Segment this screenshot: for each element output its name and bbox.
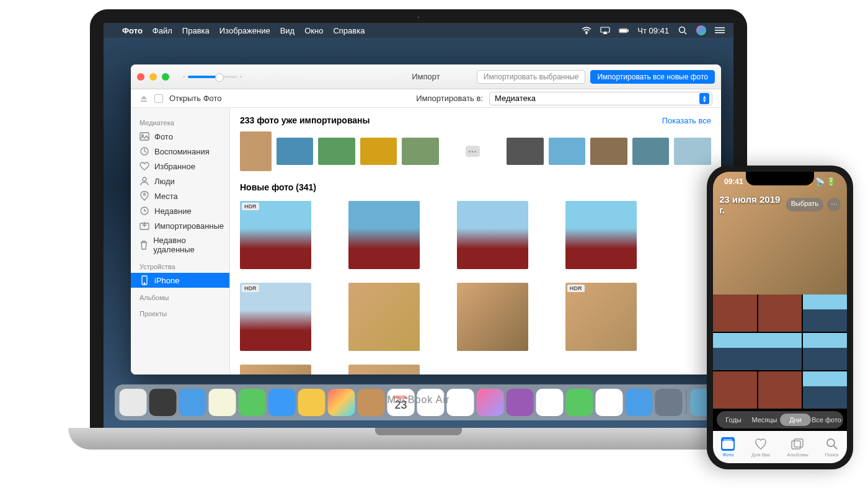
imported-thumbnail[interactable] (590, 138, 627, 165)
dock-app-icon[interactable] (477, 389, 504, 416)
new-photo-thumbnail[interactable]: HDR (240, 201, 311, 269)
imported-thumbnail[interactable] (632, 138, 670, 165)
menu-view[interactable]: Вид (280, 26, 295, 35)
sidebar-item-trash[interactable]: Недавно удаленные (131, 233, 229, 257)
new-photos-heading: Новые фото (341) (240, 182, 711, 192)
dock-app-icon[interactable] (536, 389, 564, 416)
eject-icon[interactable] (140, 94, 148, 103)
new-photo-thumbnail[interactable] (457, 283, 528, 351)
dock-app-icon[interactable] (566, 389, 593, 416)
new-photo-thumbnail[interactable] (348, 283, 420, 351)
imported-thumbnail[interactable] (277, 138, 314, 165)
dock-app-icon[interactable] (328, 389, 355, 416)
imported-thumbnail[interactable] (360, 138, 397, 165)
iphone-photo-thumb[interactable] (803, 371, 847, 409)
dock-app-icon[interactable] (120, 389, 147, 416)
new-photo-thumbnail[interactable]: HDR (240, 283, 311, 351)
iphone-photo-thumb[interactable] (713, 333, 802, 370)
new-photo-thumbnail[interactable] (348, 365, 420, 375)
sidebar-item-photos[interactable]: Фото (131, 129, 229, 144)
iphone-tab-photos[interactable]: Фото (721, 437, 735, 458)
iphone-photo-thumb[interactable] (803, 295, 847, 332)
siri-icon[interactable] (696, 25, 706, 35)
iphone-photo-thumb[interactable] (713, 295, 757, 332)
sidebar-item-clock[interactable]: Воспоминания (131, 144, 229, 159)
close-button[interactable] (137, 73, 144, 81)
import-all-button[interactable]: Импортировать все новые фото (590, 70, 715, 84)
import-destination-select[interactable]: Медиатека ▴▾ (489, 92, 712, 105)
imported-thumbnail[interactable] (674, 138, 711, 165)
segment-days[interactable]: Дни (780, 414, 811, 426)
iphone-photo-grid (713, 295, 847, 409)
imported-thumbnail[interactable] (507, 138, 544, 165)
chevron-updown-icon: ▴▾ (699, 93, 709, 104)
sidebar-item-iphone[interactable]: iPhone (131, 273, 229, 288)
svg-point-22 (827, 439, 835, 446)
dock-app-icon[interactable] (239, 389, 266, 416)
app-name[interactable]: Фото (122, 26, 143, 35)
sidebar-item-label: Воспоминания (154, 147, 210, 156)
fullscreen-button[interactable] (162, 73, 169, 81)
segment-years[interactable]: Годы (718, 414, 749, 426)
iphone-view-segmented-control[interactable]: Годы Месяцы Дни Все фото (717, 411, 843, 428)
sidebar-item-import[interactable]: Импортированные (131, 218, 229, 233)
sidebar-item-recent[interactable]: Недавние (131, 203, 229, 218)
iphone-photo-thumb[interactable] (758, 371, 802, 409)
new-photo-thumbnail[interactable] (565, 201, 637, 269)
imported-thumbnail[interactable] (318, 138, 355, 165)
dock-app-icon[interactable] (596, 389, 623, 416)
dock-app-icon[interactable] (447, 389, 474, 416)
sidebar-item-heart[interactable]: Избранное (131, 159, 229, 174)
new-photo-thumbnail[interactable]: HDR (565, 283, 637, 351)
notification-center-icon[interactable] (715, 25, 725, 35)
menu-help[interactable]: Справка (333, 26, 365, 35)
menu-edit[interactable]: Правка (182, 26, 210, 35)
iphone-photo-thumb[interactable] (803, 333, 847, 370)
segment-all[interactable]: Все фото (811, 414, 842, 426)
segment-months[interactable]: Месяцы (749, 414, 780, 426)
menu-window[interactable]: Окно (304, 26, 323, 35)
imported-thumbnail[interactable] (549, 138, 586, 165)
dock-app-icon[interactable] (268, 389, 296, 416)
iphone-select-button[interactable]: Выбрать (786, 198, 823, 211)
imported-thumbnail[interactable] (240, 131, 272, 171)
dock-app-icon[interactable] (179, 389, 206, 416)
thumbnail-size-slider[interactable]: ▫ ▫ (183, 73, 242, 80)
dock-app-icon[interactable] (209, 389, 236, 416)
sidebar-section-albums[interactable]: Альбомы (131, 291, 229, 304)
airplay-icon[interactable] (600, 25, 610, 35)
imported-thumbnail[interactable] (402, 138, 439, 165)
recent-icon (140, 206, 149, 216)
sidebar-item-pin[interactable]: Места (131, 188, 229, 203)
iphone-tab-foryou[interactable]: Для Вас (751, 437, 770, 458)
dock-app-icon[interactable] (507, 389, 534, 416)
menubar-clock[interactable]: Чт 09:41 (637, 26, 669, 35)
battery-icon[interactable] (619, 25, 629, 35)
wifi-icon[interactable] (582, 25, 591, 35)
dock-app-icon[interactable] (298, 389, 326, 416)
dock-app-icon[interactable] (626, 389, 653, 416)
dock-app-icon[interactable] (655, 389, 683, 416)
svg-point-5 (680, 27, 685, 33)
iphone-tab-search[interactable]: Поиск (825, 437, 838, 458)
open-photo-checkbox[interactable] (154, 94, 163, 103)
show-all-link[interactable]: Показать все (662, 116, 711, 125)
new-photo-thumbnail[interactable] (240, 365, 311, 375)
new-photo-thumbnail[interactable] (457, 201, 528, 269)
menu-file[interactable]: Файл (153, 26, 172, 35)
dock-app-icon[interactable] (149, 389, 177, 416)
iphone-tab-albums[interactable]: Альбомы (787, 437, 808, 458)
iphone-photo-thumb[interactable] (758, 295, 802, 332)
iphone-photo-thumb[interactable] (713, 371, 757, 409)
sidebar-item-person[interactable]: Люди (131, 174, 229, 188)
new-photo-thumbnail[interactable] (348, 201, 420, 269)
spotlight-icon[interactable] (678, 25, 688, 35)
dock-app-icon[interactable] (358, 389, 385, 416)
pin-icon (140, 191, 149, 201)
sidebar-section-projects[interactable]: Проекты (131, 308, 229, 320)
svg-point-12 (143, 177, 146, 181)
minimize-button[interactable] (149, 73, 157, 81)
import-selected-button[interactable]: Импортировать выбранные (477, 70, 586, 84)
menu-image[interactable]: Изображение (219, 26, 270, 35)
iphone-more-icon[interactable]: ⋯ (827, 198, 841, 211)
